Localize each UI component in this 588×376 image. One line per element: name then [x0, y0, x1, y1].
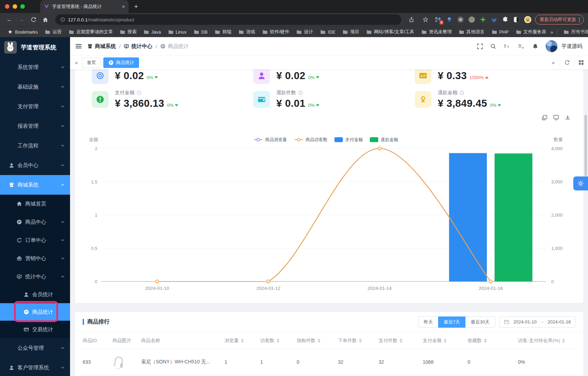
- sidebar-item[interactable]: 会员中心: [0, 155, 70, 175]
- layout-grid-icon[interactable]: [579, 60, 584, 65]
- column-header[interactable]: 收藏数: [468, 337, 518, 344]
- bookmark-item[interactable]: 资讯未整理: [418, 28, 455, 36]
- sidebar-item[interactable]: 商城首页: [0, 195, 70, 213]
- bookmark-item[interactable]: 游戏: [236, 28, 258, 36]
- sidebar-item[interactable]: 营销中心: [0, 249, 70, 267]
- column-header[interactable]: 支付件数: [379, 337, 423, 344]
- window-minimize-button[interactable]: [13, 4, 17, 9]
- bookmark-item[interactable]: 网站/博客/文章/工具: [364, 28, 417, 36]
- settings-drawer-button[interactable]: [573, 176, 588, 190]
- bookmark-item[interactable]: 搜索: [117, 28, 139, 36]
- new-tab-button[interactable]: +: [134, 3, 138, 11]
- extensions-puzzle-icon[interactable]: [501, 16, 509, 23]
- sort-caret-icon[interactable]: [562, 339, 565, 343]
- site-info-icon[interactable]: [60, 17, 65, 22]
- sidebar-item[interactable]: 订单中心: [0, 231, 70, 249]
- font-size-icon[interactable]: TT: [504, 43, 511, 49]
- column-header[interactable]: 支付金额: [423, 337, 468, 344]
- breadcrumb-item[interactable]: P商品统计: [160, 43, 189, 50]
- chart-download-icon[interactable]: [565, 115, 570, 120]
- menu-dots-icon[interactable]: [579, 17, 580, 23]
- fullscreen-icon[interactable]: [477, 43, 483, 49]
- search-icon[interactable]: [490, 43, 496, 49]
- extension-icon[interactable]: [445, 16, 453, 23]
- window-zoom-button[interactable]: [20, 4, 25, 9]
- user-avatar[interactable]: [546, 40, 558, 52]
- sidebar-item[interactable]: 工作流程: [0, 136, 70, 155]
- column-header[interactable]: 访客数: [260, 337, 297, 344]
- notification-bell-icon[interactable]: [532, 43, 538, 49]
- browser-update-button[interactable]: 重新启动即可更新: [535, 15, 584, 25]
- sort-caret-icon[interactable]: [277, 339, 279, 343]
- bookmark-item[interactable]: 软件/硬件: [260, 28, 292, 36]
- bookmark-star-icon[interactable]: [420, 14, 431, 25]
- extension-icon[interactable]: [490, 16, 498, 23]
- browser-tab[interactable]: 芋道管理系统 - 商品统计 ×: [40, 0, 129, 13]
- info-icon[interactable]: [298, 90, 303, 95]
- bookmark-item[interactable]: 设计: [293, 28, 316, 36]
- breadcrumb-item[interactable]: 统计中心: [124, 43, 152, 50]
- sidebar-item[interactable]: 商城系统: [0, 175, 70, 195]
- bookmark-item[interactable]: DB: [191, 28, 210, 36]
- bookmark-item[interactable]: IDE: [317, 28, 338, 36]
- bookmark-item[interactable]: Linux: [165, 28, 189, 36]
- info-icon[interactable]: [137, 90, 141, 95]
- info-icon[interactable]: [459, 90, 464, 95]
- bookmark-item[interactable]: 前端: [212, 28, 234, 36]
- sidebar-item[interactable]: 交易统计: [0, 321, 70, 338]
- sidebar-item[interactable]: P 商品中心: [0, 213, 70, 231]
- sidebar-item[interactable]: 会员统计: [0, 286, 70, 303]
- share-icon[interactable]: [406, 14, 417, 25]
- legend-item[interactable]: 商品访客数: [294, 137, 328, 143]
- back-icon[interactable]: ←: [4, 14, 15, 25]
- extension-icon[interactable]: [479, 16, 487, 23]
- tags-scroll-left-icon[interactable]: «: [74, 60, 78, 65]
- extension-icon[interactable]: [513, 16, 520, 23]
- home-icon[interactable]: [40, 14, 50, 25]
- column-header[interactable]: 下单件数: [338, 337, 379, 344]
- refresh-icon[interactable]: [564, 60, 570, 65]
- sort-caret-icon[interactable]: [359, 339, 362, 343]
- sidebar-item[interactable]: 基础设施: [0, 77, 70, 97]
- bookmark-item[interactable]: 运营: [42, 28, 64, 36]
- page-tab[interactable]: P商品统计: [103, 57, 139, 68]
- breadcrumb-item[interactable]: 商城系统: [87, 43, 116, 50]
- bookmark-item[interactable]: Java: [141, 28, 164, 36]
- address-bar[interactable]: 127.0.0.1/mall/statistics/product: [55, 14, 401, 25]
- window-close-button[interactable]: [5, 4, 9, 9]
- column-header[interactable]: 加购件数: [297, 337, 338, 344]
- page-tab[interactable]: 首页: [82, 57, 101, 68]
- all-bookmarks-button[interactable]: 所有书签: [561, 28, 588, 36]
- sidebar-item[interactable]: 系统管理: [0, 57, 70, 77]
- date-filter-button[interactable]: 最近7天: [438, 316, 465, 328]
- bookmark-item[interactable]: 项目: [340, 28, 362, 36]
- product-image[interactable]: [112, 353, 141, 371]
- profile-avatar[interactable]: [524, 16, 532, 23]
- legend-item[interactable]: 商品浏览量: [254, 137, 287, 143]
- extension-icon[interactable]: [468, 16, 476, 23]
- sidebar-item[interactable]: 客户管理系统: [0, 358, 70, 376]
- sidebar-item[interactable]: 支付管理: [0, 97, 70, 116]
- bookmarks-root[interactable]: Bookmarks: [5, 28, 41, 36]
- sidebar-item[interactable]: 报表管理: [0, 116, 70, 136]
- sort-caret-icon[interactable]: [241, 339, 244, 343]
- sidebar-toggle-icon[interactable]: [76, 43, 82, 49]
- extension-icon[interactable]: 6: [434, 16, 442, 23]
- bookmark-item[interactable]: 其他语言: [456, 28, 487, 36]
- sort-caret-icon[interactable]: [444, 339, 447, 343]
- reload-icon[interactable]: [28, 14, 39, 25]
- bookmark-item[interactable]: 文件服务器: [513, 28, 549, 36]
- date-range-picker[interactable]: 2024-01-10 – 2024-01-16: [499, 316, 575, 328]
- bookmark-item[interactable]: PHP: [489, 28, 512, 36]
- date-filter-button[interactable]: 最近30天: [465, 316, 495, 328]
- tags-scroll-right-icon[interactable]: »: [551, 60, 555, 65]
- chart-restore-icon[interactable]: [542, 115, 547, 120]
- sort-caret-icon[interactable]: [400, 339, 402, 343]
- tab-close-icon[interactable]: ×: [122, 4, 125, 9]
- sidebar-item[interactable]: 统计中心: [0, 267, 70, 286]
- sidebar-item[interactable]: P 商品统计: [0, 303, 70, 321]
- scrollbar-thumb[interactable]: [584, 115, 587, 176]
- forward-icon[interactable]: →: [16, 14, 27, 25]
- bookmarks-overflow-icon[interactable]: »: [551, 29, 553, 35]
- bookmark-item[interactable]: 近期需要读的文章: [66, 28, 116, 36]
